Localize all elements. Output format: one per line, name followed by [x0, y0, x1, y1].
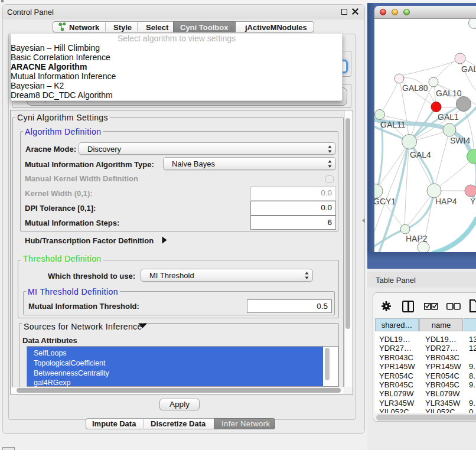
- svg-text:YI: YI: [470, 197, 476, 206]
- svg-text:GAL7: GAL7: [461, 64, 476, 74]
- svg-text:GAL80: GAL80: [402, 83, 428, 93]
- svg-text:GAL1: GAL1: [438, 112, 459, 122]
- svg-text:HAP4: HAP4: [435, 197, 457, 206]
- svg-text:GAL10: GAL10: [436, 89, 462, 98]
- svg-text:GAL4: GAL4: [410, 150, 431, 159]
- svg-text:GCY1: GCY1: [374, 197, 396, 206]
- svg-text:HAP2: HAP2: [406, 234, 428, 243]
- svg-text:GAL11: GAL11: [380, 120, 406, 129]
- svg-text:SWI4: SWI4: [450, 136, 470, 145]
